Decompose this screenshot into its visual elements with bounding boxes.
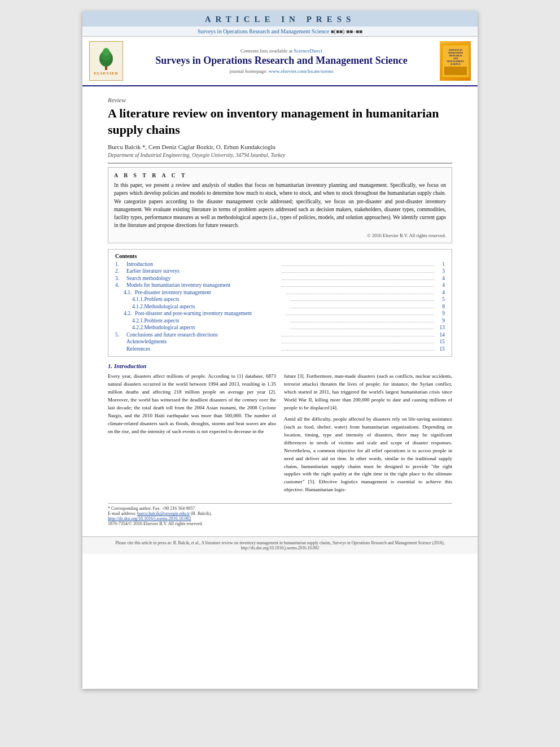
contents-item-label[interactable]: Problem aspects <box>144 296 288 302</box>
elsevier-wordmark: ELSEVIER <box>94 71 118 76</box>
contents-item-label[interactable]: Introduction <box>126 261 279 267</box>
contents-item-dots <box>282 272 435 273</box>
contents-item-page: 3 <box>436 268 445 274</box>
intro-col1: Every year, disasters affect millions of… <box>108 373 276 497</box>
contents-item: 4.2.2. Methodological aspects 13 <box>115 325 445 331</box>
contents-item-dots <box>282 343 435 343</box>
contents-item-page: 13 <box>436 325 445 330</box>
contents-item: 4. Models for humanitarian inventory man… <box>115 282 445 289</box>
contents-item-num: 4.1.1. <box>132 296 144 302</box>
abstract-label: A B S T R A C T <box>114 172 446 178</box>
contents-item-label[interactable]: Problem aspects <box>144 318 288 324</box>
doi-link[interactable]: http://dx.doi.org/10.1016/j.sorms.2016.1… <box>108 516 191 521</box>
contents-box: Contents 1. Introduction 1 2. Earlier li… <box>108 249 452 357</box>
journal-header: ELSEVIER Contents lists available at Sci… <box>82 37 478 86</box>
section-heading-intro: 1. Introduction <box>108 362 452 369</box>
journal-title-center: Contents lists available at ScienceDirec… <box>129 48 434 75</box>
authors-text: Burcu Balcik *, Cem Deniz Caglar Bozkir,… <box>108 143 275 150</box>
abstract-section: A B S T R A C T In this paper, we presen… <box>108 167 452 243</box>
contents-item-num: 4.2. <box>124 311 135 316</box>
contents-item: 4.2. Post-disaster and post-warning inve… <box>115 311 445 317</box>
contents-item: 4.1.2. Methodological aspects 8 <box>115 304 445 310</box>
contents-item-dots <box>282 336 435 337</box>
contents-item-label[interactable]: Post-disaster and post-warning inventory… <box>135 311 283 316</box>
copyright-line: © 2016 Elsevier B.V. All rights reserved… <box>114 233 446 238</box>
intro-col2-p2: Amid all the difficulty, people affected… <box>284 416 452 494</box>
article-page: ARTICLE IN PRESS Surveys in Operations R… <box>82 11 478 689</box>
footnote-email-link[interactable]: burcu.balcik@ozyegin.edu.tr <box>137 511 190 516</box>
contents-item-page: 9 <box>436 318 445 324</box>
footnote-email: E-mail address: burcu.balcik@ozyegin.edu… <box>108 511 452 516</box>
affiliation: Department of Industrial Engineering, Oz… <box>108 152 452 158</box>
contents-item: 4.1. Pre-disaster inventory management 4 <box>115 290 445 296</box>
contents-title: Contents <box>115 253 445 259</box>
two-col-intro: Every year, disasters affect millions of… <box>108 373 452 497</box>
banner-text: ARTICLE IN PRESS <box>205 15 356 24</box>
svg-point-3 <box>103 48 110 56</box>
journal-homepage-link[interactable]: www.elsevier.com/locate/sorms <box>269 68 333 74</box>
svg-rect-12 <box>444 67 467 75</box>
contents-list: 1. Introduction 1 2. Earlier literature … <box>115 261 445 352</box>
contents-item-label[interactable]: Methodological aspects <box>144 325 288 330</box>
contents-item: 5. Conclusions and future research direc… <box>115 332 445 338</box>
contents-item-dots <box>286 294 434 294</box>
contents-link-label: Contents lists available at ScienceDirec… <box>129 48 434 54</box>
journal-homepage: journal homepage: www.elsevier.com/locat… <box>129 68 434 74</box>
contents-item-label[interactable]: Conclusions and future research directio… <box>126 332 279 338</box>
contents-item-page: 8 <box>436 304 445 309</box>
contents-item-label[interactable]: References <box>126 346 279 352</box>
contents-item-page: 1 <box>436 261 445 267</box>
footnote-doi: http://dx.doi.org/10.1016/j.sorms.2016.1… <box>108 516 452 521</box>
abstract-text: In this paper, we present a review and a… <box>114 181 446 230</box>
contents-item-page: 15 <box>436 339 445 344</box>
contents-item-label[interactable]: Search methodology <box>126 276 279 281</box>
contents-item-page: 4 <box>436 276 445 281</box>
journal-link-text: Surveys in Operations Research and Manag… <box>198 28 329 34</box>
footnote-issn: 1876-7354/© 2016 Elsevier B.V. All right… <box>108 521 452 526</box>
contents-item-label[interactable]: Pre-disaster inventory management <box>135 290 283 295</box>
contents-item: 4.2.1. Problem aspects 9 <box>115 318 445 324</box>
contents-item-dots <box>282 350 435 351</box>
contents-item: 2. Earlier literature surveys 3 <box>115 268 445 274</box>
section-num: 1. <box>108 362 112 369</box>
contents-item-num: 4. <box>115 282 126 288</box>
contents-item-dots <box>290 308 434 308</box>
contents-item-dots <box>282 265 435 266</box>
contents-item-dots <box>282 279 435 280</box>
article-title: A literature review on inventory managem… <box>108 106 452 138</box>
contents-item-label[interactable]: Models for humanitarian inventory manage… <box>126 282 279 288</box>
footnote-email-name: (B. Balcik). <box>191 511 212 516</box>
contents-item-num: 4.2.2. <box>132 325 144 330</box>
journal-cover-image: SURVEYS IN OPERATIONS RESEARCH AND MANAG… <box>440 41 471 81</box>
footnote-star: * Corresponding author. Fax: +90 216 564… <box>108 506 452 511</box>
divider-after-affiliation <box>108 163 452 164</box>
main-content: Review A literature review on inventory … <box>82 86 478 532</box>
contents-item-page: 4 <box>436 290 445 295</box>
footnote-email-label: E-mail address: <box>108 511 136 516</box>
sciencedirect-link[interactable]: ScienceDirect <box>294 48 322 54</box>
section-title: Introduction <box>114 362 146 369</box>
journal-name-header: Surveys in Operations Research and Manag… <box>129 55 434 67</box>
intro-col2-p1: future [3]. Furthermore, man-made disast… <box>284 373 452 412</box>
contents-item: Acknowledgments 15 <box>115 339 445 345</box>
article-type-label: Review <box>108 97 452 103</box>
contents-item-num: 4.2.1. <box>132 318 144 324</box>
bottom-notice-text: Please cite this article in press as: B.… <box>115 540 444 551</box>
contents-item-dots <box>282 286 435 287</box>
contents-item-label[interactable]: Methodological aspects <box>144 304 288 309</box>
contents-item-dots <box>290 322 434 322</box>
contents-item-dots <box>286 314 434 315</box>
contents-item-num: 4.1. <box>124 290 135 295</box>
contents-item-label[interactable]: Earlier literature surveys <box>126 268 279 274</box>
journal-link-bar: Surveys in Operations Research and Manag… <box>82 27 478 37</box>
contents-item-num: 4.1.2. <box>132 304 144 309</box>
journal-link-suffix: ■(■■) ■■–■■ <box>331 28 362 34</box>
authors: Burcu Balcik *, Cem Deniz Caglar Bozkir,… <box>108 143 452 150</box>
contents-item-label[interactable]: Acknowledgments <box>126 339 279 344</box>
article-in-press-banner: ARTICLE IN PRESS <box>82 11 478 27</box>
elsevier-logo: ELSEVIER <box>89 41 123 81</box>
contents-item-num: 3. <box>115 276 126 281</box>
contents-item-num: 5. <box>115 332 126 338</box>
contents-item: 3. Search methodology 4 <box>115 276 445 282</box>
contents-item: 4.1.1. Problem aspects 5 <box>115 296 445 303</box>
